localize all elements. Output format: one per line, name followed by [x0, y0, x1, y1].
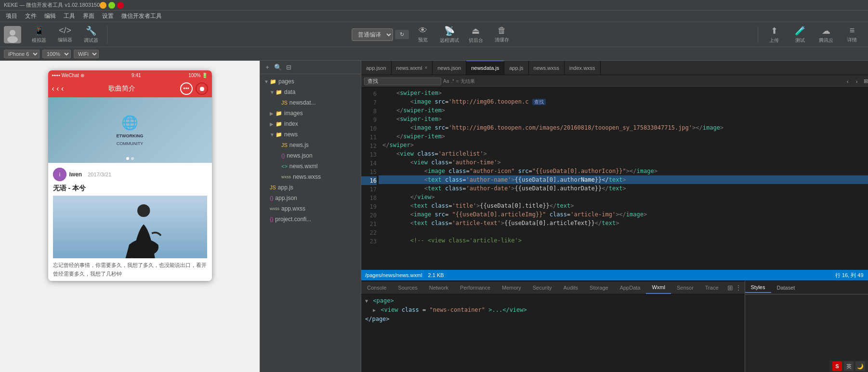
bottom-tab-trace[interactable]: Trace	[699, 281, 724, 294]
maximize-button[interactable]	[108, 2, 115, 9]
tab-appjson[interactable]: app.json	[361, 61, 392, 75]
tab-appjs[interactable]: app.js	[504, 61, 528, 75]
bottom-tab-console[interactable]: Console	[361, 281, 392, 294]
ime-mode-icon[interactable]: 🌙	[855, 361, 865, 371]
search-expand-btn[interactable]: ⊞	[862, 78, 868, 85]
cut-button[interactable]: ⏏ 切后台	[464, 25, 488, 45]
tree-item-pages[interactable]: ▼ 📁 pages	[260, 76, 361, 87]
code-line-9: <swiper-item>	[379, 115, 868, 123]
code-line-15: <image class="author-icon" src="{{useDat…	[379, 167, 868, 175]
tree-item-news[interactable]: ▼ 📁 news	[260, 129, 361, 140]
tree-item-newswxss[interactable]: wxss news.wxss	[260, 172, 361, 182]
device-select[interactable]: iPhone 6	[4, 50, 39, 58]
test-button[interactable]: 🧪 测试	[788, 25, 812, 45]
tree-item-index[interactable]: ▶ 📁 index	[260, 119, 361, 129]
code-line-12: </swiper>	[379, 141, 868, 149]
tree-item-newsdat[interactable]: JS newsdat...	[260, 97, 361, 108]
menu-interface[interactable]: 界面	[79, 11, 98, 21]
close-button[interactable]	[117, 2, 124, 9]
code-line-21: <text class='article-text'>{{useData[0].…	[379, 219, 868, 227]
more-button[interactable]: ≡ 详情	[840, 25, 864, 44]
debugger-button[interactable]: 🔧 调试器	[79, 25, 103, 45]
styles-tab-dataset[interactable]: Dataset	[771, 283, 801, 292]
search-bar: Aa .* ≈ 无结果 ‹ › ⊞ ⊡ ×	[361, 75, 868, 88]
simulator-panel: ••••• WeChat ⊛ 9:41 100% 🔋 ‹ ‹ ‹ 歌曲简介 ••…	[0, 61, 260, 372]
tree-item-appwxss[interactable]: wxss app.wxss	[260, 203, 361, 214]
wxml-icon: <>	[281, 163, 288, 169]
bottom-tabs: Console Sources Network Performance Memo…	[361, 281, 745, 294]
search-input[interactable]	[364, 78, 441, 85]
bottom-tab-security[interactable]: Security	[527, 281, 558, 294]
tree-item-data[interactable]: ▼ 📁 data	[260, 87, 361, 97]
tree-item-newsjson[interactable]: {} news.json	[260, 150, 361, 161]
ime-lang-icon[interactable]: 英	[844, 361, 854, 371]
collapse-button[interactable]: ⊟	[284, 63, 293, 72]
tab-newswxml[interactable]: news.wxml ×	[392, 61, 433, 75]
phone-record-btn[interactable]: ⏺	[196, 82, 208, 95]
remote-debug-button[interactable]: 📡 远程调试	[437, 25, 462, 45]
compile-select[interactable]: 普通编译	[352, 28, 393, 41]
svg-point-1	[10, 30, 15, 36]
bottom-tab-audits[interactable]: Audits	[558, 281, 584, 294]
qq-button[interactable]: ☁ 腾讯云	[814, 25, 838, 45]
menu-edit[interactable]: 编辑	[40, 11, 60, 21]
bottom-tab-expand[interactable]: ⊞ ⋮	[724, 281, 745, 294]
tab-newsdatajs[interactable]: newsdata.js	[466, 61, 504, 75]
search-next-btn[interactable]: ›	[853, 78, 861, 85]
tab-close-newswxml[interactable]: ×	[424, 65, 427, 70]
ln-12: 12	[361, 142, 377, 150]
menu-tools[interactable]: 工具	[60, 11, 79, 21]
folder-icon: 📁	[276, 110, 282, 117]
phone-more-btn[interactable]: •••	[180, 82, 193, 95]
menu-weixin-devtools[interactable]: 微信开发者工具	[118, 11, 166, 21]
bottom-tab-performance[interactable]: Performance	[454, 281, 496, 294]
img-text-2: COMMUNITY	[117, 141, 144, 146]
title-bar: KEKE — 微信开发者工具 v1.02.1803150	[0, 0, 868, 11]
bottom-tab-appdata[interactable]: AppData	[614, 281, 646, 294]
bottom-tab-network[interactable]: Network	[423, 281, 454, 294]
toolbar-divider-2	[758, 26, 758, 43]
bottom-tab-sensor[interactable]: Sensor	[671, 281, 699, 294]
ime-sogou-icon[interactable]: S	[832, 361, 842, 371]
folder-icon: 📁	[276, 132, 282, 138]
menu-project[interactable]: 项目	[2, 11, 21, 21]
minimize-button[interactable]	[100, 2, 106, 9]
menu-file[interactable]: 文件	[21, 11, 40, 21]
ln-6: 6	[361, 90, 377, 98]
tab-newsjson[interactable]: news.json	[433, 61, 466, 75]
network-select[interactable]: WiFi	[74, 50, 99, 58]
upload-button[interactable]: ⬆ 上传	[762, 25, 786, 45]
bottom-tab-memory[interactable]: Memory	[496, 281, 527, 294]
code-editor: 6 7 8 9 10 11 12 13 14 15 16 17 18 19 20…	[361, 88, 868, 270]
code-line-6: <swiper-item>	[379, 89, 868, 97]
tab-indexwxss[interactable]: index.wxss	[565, 61, 601, 75]
code-content[interactable]: <swiper-item> <image src='http://img06.t…	[379, 88, 868, 270]
zoom-select[interactable]: 100%	[42, 50, 71, 58]
editor-button[interactable]: </> 编辑器	[53, 25, 77, 44]
search-file-button[interactable]: 🔍	[274, 63, 282, 72]
tree-item-images[interactable]: ▶ 📁 images	[260, 108, 361, 119]
tree-item-newsjs[interactable]: JS news.js	[260, 140, 361, 150]
new-file-button[interactable]: +	[263, 63, 272, 72]
dom-line-page[interactable]: ▼ <page>	[365, 296, 741, 306]
tree-item-projectconf[interactable]: {} project.confi...	[260, 214, 361, 225]
styles-tabs: Styles Dataset	[745, 281, 868, 294]
phone-title-bar: ‹ ‹ ‹ 歌曲简介 ••• ⏺	[48, 80, 212, 97]
styles-tab-styles[interactable]: Styles	[745, 282, 771, 293]
menu-settings[interactable]: 设置	[98, 11, 118, 21]
tree-item-newswxml[interactable]: <> news.wxml	[260, 161, 361, 172]
bottom-tab-wxml[interactable]: Wxml	[646, 281, 671, 294]
search-prev-btn[interactable]: ‹	[844, 78, 852, 85]
tree-item-appjson[interactable]: {} app.json	[260, 193, 361, 203]
dom-line-view[interactable]: ▶ <view class = "news-container" >...</v…	[365, 306, 741, 315]
simulator-button[interactable]: 📱 模拟器	[27, 25, 51, 45]
main-area: ••••• WeChat ⊛ 9:41 100% 🔋 ‹ ‹ ‹ 歌曲简介 ••…	[0, 61, 868, 372]
refresh-button[interactable]: ↻	[395, 30, 409, 39]
device-bar: iPhone 6 100% WiFi	[0, 47, 868, 61]
preview-button[interactable]: 👁 预览	[411, 25, 435, 44]
bottom-tab-storage[interactable]: Storage	[584, 281, 614, 294]
tab-newswxss[interactable]: news.wxss	[529, 61, 565, 75]
clear-button[interactable]: 🗑 清缓存	[490, 25, 514, 44]
bottom-tab-sources[interactable]: Sources	[392, 281, 423, 294]
tree-item-appjs[interactable]: JS app.js	[260, 182, 361, 193]
